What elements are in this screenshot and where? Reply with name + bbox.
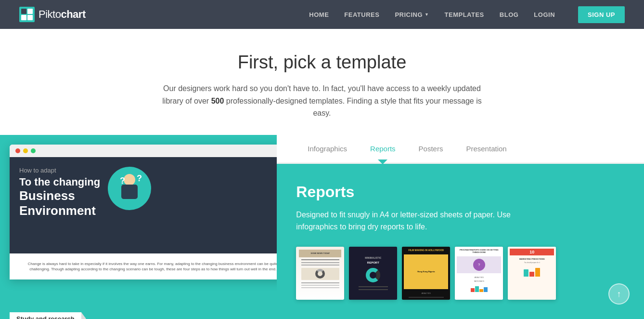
main-content: How to adapt To the changingBusinessEnvi… <box>0 135 644 319</box>
template-thumb-5[interactable]: 10 MARKETING PREDICTIONS You should prep… <box>508 247 556 300</box>
infographic-text: How to adapt To the changingBusinessEnvi… <box>19 167 100 219</box>
nav-home[interactable]: HOME <box>309 11 329 18</box>
nav-pricing[interactable]: PRICING <box>395 11 429 18</box>
tab-presentation[interactable]: Presentation <box>454 134 518 163</box>
nav-blog[interactable]: BLOG <box>500 11 519 18</box>
infographic-small-heading: How to adapt <box>19 167 100 174</box>
nav-login[interactable]: LOGIN <box>534 11 555 18</box>
browser-mockup: How to adapt To the changingBusinessEnvi… <box>10 145 277 279</box>
signup-button[interactable]: SIGN UP <box>578 6 625 23</box>
hero-number: 500 <box>211 97 224 105</box>
logo[interactable]: Piktochart <box>19 7 86 22</box>
study-section: Study and research Good way to keep in t… <box>0 305 277 319</box>
nav-templates[interactable]: TEMPLATES <box>445 11 484 18</box>
reports-description: Designed to fit snugly in A4 or letter-s… <box>296 209 537 233</box>
template-thumb-1[interactable]: SXSW NEWS TODAY <box>296 247 344 300</box>
tab-posters[interactable]: Posters <box>407 134 455 163</box>
tab-infographics[interactable]: Infographics <box>296 134 359 163</box>
svg-point-1 <box>124 174 135 186</box>
reports-content: Reports Designed to fit snugly in A4 or … <box>277 164 644 319</box>
hero-title: First, pick a template <box>10 52 634 73</box>
browser-content: How to adapt To the changingBusinessEnvi… <box>10 157 277 279</box>
template-thumb-2[interactable]: MINIMALISTIC REPORT <box>349 247 397 300</box>
browser-dot-green <box>31 148 36 153</box>
infographic-main-heading: To the changingBusinessEnvironment <box>19 176 100 219</box>
template-thumb-4[interactable]: PROCRASTINATOR'S GUIDE ON GETTING THINGS… <box>455 247 503 300</box>
infographic-top: How to adapt To the changingBusinessEnvi… <box>10 157 277 253</box>
study-badge: Study and research <box>10 312 81 319</box>
browser-dot-red <box>15 148 20 153</box>
svg-text:?: ? <box>137 173 142 183</box>
svg-text:?: ? <box>120 176 125 186</box>
infographic-body-text: Change is always hard to take in especia… <box>17 261 277 272</box>
infographic-body: Change is always hard to take in especia… <box>10 253 277 279</box>
template-thumb-3[interactable]: FILM MAKING IN HOLLYWOOD Hong Kong Niger… <box>402 247 450 300</box>
hero-description: Our designers work hard so you don't hav… <box>154 82 490 120</box>
left-panel: How to adapt To the changingBusinessEnvi… <box>0 135 277 319</box>
navbar: Piktochart HOME FEATURES PRICING TEMPLAT… <box>0 0 644 29</box>
template-previews: SXSW NEWS TODAY <box>296 247 625 300</box>
navbar-nav: HOME FEATURES PRICING TEMPLATES BLOG LOG… <box>309 6 625 23</box>
browser-dot-yellow <box>23 148 28 153</box>
right-panel: Infographics Reports Posters Presentatio… <box>277 135 644 319</box>
svg-rect-2 <box>121 185 138 199</box>
browser-bar <box>10 145 277 157</box>
tab-reports[interactable]: Reports <box>359 134 407 163</box>
nav-features[interactable]: FEATURES <box>344 11 379 18</box>
logo-text: Piktochart <box>39 8 86 21</box>
infographic-avatar: ? ? <box>108 167 151 210</box>
tabs-bar: Infographics Reports Posters Presentatio… <box>277 135 644 164</box>
logo-icon <box>19 7 35 22</box>
reports-title: Reports <box>296 183 625 201</box>
scroll-to-top-button[interactable]: ↑ <box>608 283 630 305</box>
hero-section: First, pick a template Our designers wor… <box>0 29 644 135</box>
avatar-svg: ? ? <box>113 169 146 208</box>
